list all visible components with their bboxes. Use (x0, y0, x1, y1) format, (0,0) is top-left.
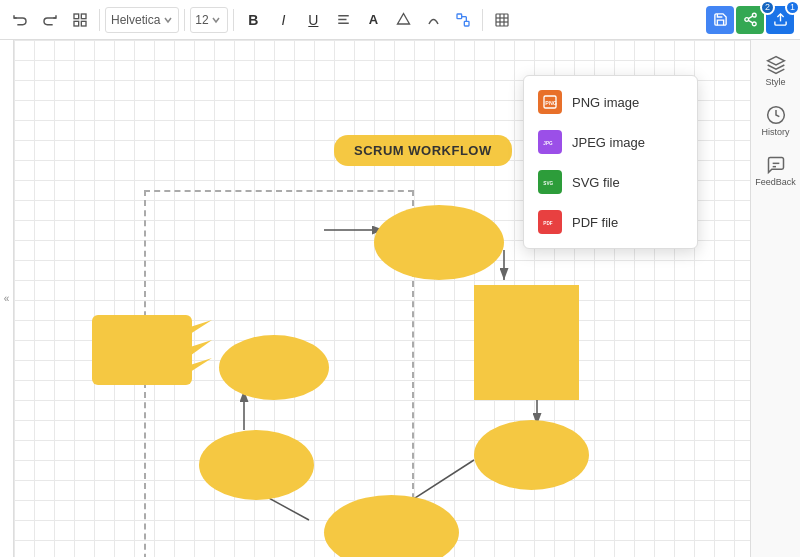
png-icon: PNG (538, 90, 562, 114)
table-button[interactable] (488, 6, 516, 34)
sep2 (184, 9, 185, 31)
sidebar-item-history[interactable]: History (754, 98, 798, 144)
sidebar-item-feedback[interactable]: FeedBack (754, 148, 798, 194)
pdf-icon: PDF (538, 210, 562, 234)
right-sidebar: Style History FeedBack (750, 40, 800, 557)
badge-2: 2 (760, 0, 775, 15)
jpg-icon: JPG (538, 130, 562, 154)
export-jpg-item[interactable]: JPG JPEG image (524, 122, 697, 162)
underline-button[interactable]: U (299, 6, 327, 34)
oval-middle[interactable] (219, 335, 329, 400)
toolbar: Helvetica 12 B I U A (0, 0, 800, 40)
callout-shape[interactable] (92, 310, 212, 404)
svg-point-17 (752, 13, 756, 17)
stroke-button[interactable] (419, 6, 447, 34)
rect-right[interactable] (474, 285, 579, 400)
svg-rect-2 (74, 21, 79, 26)
font-selector[interactable]: Helvetica (105, 7, 179, 33)
connect-button[interactable] (449, 6, 477, 34)
export-dropdown: PNG PNG image JPG JPEG image SVG SVG fil… (523, 75, 698, 249)
save-btn-wrapper (706, 6, 734, 34)
feedback-label: FeedBack (755, 178, 796, 188)
export-png-item[interactable]: PNG PNG image (524, 82, 697, 122)
undo-button[interactable] (6, 6, 34, 34)
font-color-button[interactable]: A (359, 6, 387, 34)
history-label: History (761, 128, 789, 138)
font-size: 12 (195, 13, 208, 27)
svg-text:SVG: SVG (543, 181, 553, 186)
svg-rect-30 (92, 315, 192, 385)
svg-line-21 (748, 16, 752, 18)
bold-button[interactable]: B (239, 6, 267, 34)
sidebar-item-style[interactable]: Style (754, 48, 798, 94)
export-pdf-item[interactable]: PDF PDF file (524, 202, 697, 242)
fill-button[interactable] (389, 6, 417, 34)
style-label: Style (765, 78, 785, 88)
svg-line-20 (748, 20, 752, 22)
redo-button[interactable] (36, 6, 64, 34)
svg-text:PNG: PNG (545, 100, 557, 106)
left-panel-toggle[interactable]: « (0, 40, 14, 557)
font-size-selector[interactable]: 12 (190, 7, 228, 33)
svg-rect-0 (74, 14, 79, 19)
canvas-area[interactable]: SCRUM WORKFLOW (14, 40, 750, 557)
toolbar-right: 1 2 (706, 6, 794, 34)
svg-rect-8 (457, 14, 462, 19)
svg-rect-3 (81, 21, 86, 26)
sep1 (99, 9, 100, 31)
export-svg-item[interactable]: SVG SVG file (524, 162, 697, 202)
italic-button[interactable]: I (269, 6, 297, 34)
svg-rect-9 (465, 21, 470, 26)
oval-right-lower[interactable] (474, 420, 589, 490)
svg-text:JPG: JPG (543, 141, 553, 146)
sep4 (482, 9, 483, 31)
svg-rect-1 (81, 14, 86, 19)
save-button[interactable] (706, 6, 734, 34)
font-name: Helvetica (111, 13, 160, 27)
main-area: « (0, 40, 800, 557)
svg-rect-12 (496, 14, 508, 26)
badge-1: 1 (785, 0, 800, 15)
feedback-icon (765, 154, 787, 176)
svg-marker-7 (397, 14, 409, 25)
svg-point-19 (752, 22, 756, 26)
oval-top[interactable] (374, 205, 504, 280)
oval-lower-left[interactable] (199, 430, 314, 500)
svg-point-18 (744, 18, 748, 22)
sep3 (233, 9, 234, 31)
export-btn-wrapper: 1 2 (766, 6, 794, 34)
history-icon (765, 104, 787, 126)
svg-icon: SVG (538, 170, 562, 194)
title-shape[interactable]: SCRUM WORKFLOW (334, 135, 512, 166)
fit-button[interactable] (66, 6, 94, 34)
oval-bottom[interactable] (324, 495, 459, 557)
style-icon (765, 54, 787, 76)
svg-text:PDF: PDF (543, 221, 552, 226)
align-button[interactable] (329, 6, 357, 34)
